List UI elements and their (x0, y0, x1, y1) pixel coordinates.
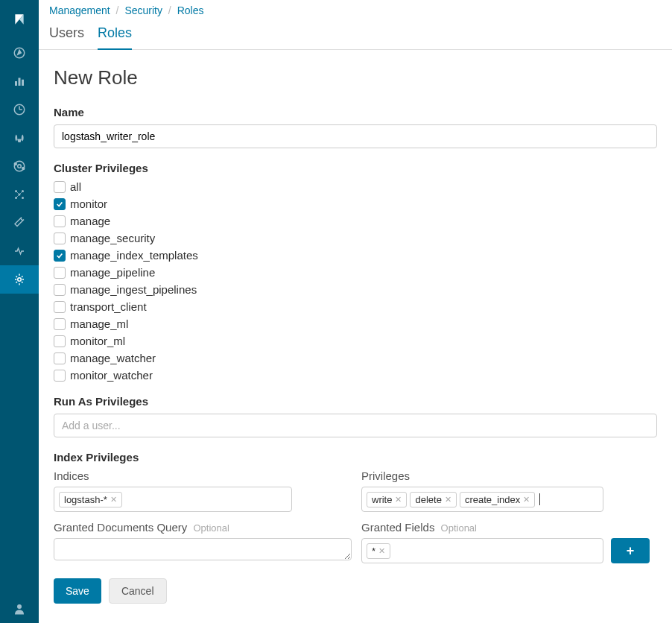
cluster-priv-monitor_ml[interactable]: monitor_ml (54, 335, 657, 347)
breadcrumb-management[interactable]: Management (49, 4, 110, 16)
breadcrumb-roles[interactable]: Roles (177, 4, 204, 16)
checkbox-label: transport_client (70, 300, 147, 313)
indices-input[interactable]: logstash-*✕ (54, 487, 292, 512)
remove-token-icon[interactable]: ✕ (395, 495, 402, 505)
token-label: logstash-* (64, 494, 107, 505)
granted-fields-label: Granted Fields Optional (361, 521, 657, 534)
sidebar-visualize-icon[interactable] (0, 67, 39, 95)
cluster-priv-manage_watcher[interactable]: manage_watcher (54, 352, 657, 364)
text-cursor (539, 493, 540, 505)
svg-point-13 (22, 168, 25, 170)
checkbox-icon[interactable] (54, 335, 66, 347)
svg-point-23 (17, 604, 22, 609)
checkbox-icon[interactable] (54, 352, 66, 364)
token[interactable]: *✕ (367, 543, 390, 559)
save-button[interactable]: Save (54, 578, 101, 604)
checkbox-icon[interactable] (54, 233, 66, 244)
add-index-priv-button[interactable]: + (611, 538, 650, 563)
checkbox-icon[interactable] (54, 318, 66, 330)
checkbox-label: manage_ingest_pipelines (70, 283, 197, 296)
name-label: Name (54, 106, 657, 118)
granted-fields-input[interactable]: *✕ (361, 538, 603, 563)
name-input[interactable] (54, 124, 657, 148)
checkbox-icon[interactable] (54, 370, 66, 382)
svg-rect-5 (19, 78, 21, 86)
tab-users[interactable]: Users (49, 21, 84, 49)
breadcrumb-sep: / (116, 4, 119, 16)
checkbox-icon[interactable] (54, 215, 66, 227)
checkbox-label: manage_index_templates (70, 249, 198, 262)
checkbox-icon[interactable] (54, 181, 66, 193)
svg-point-17 (22, 197, 24, 199)
cancel-button[interactable]: Cancel (109, 578, 167, 604)
cluster-priv-manage[interactable]: manage (54, 215, 657, 227)
checkbox-icon[interactable] (54, 284, 66, 296)
privileges-input[interactable]: write✕delete✕create_index✕ (361, 487, 603, 512)
svg-point-12 (14, 163, 16, 165)
checkbox-icon[interactable] (54, 198, 66, 210)
sidebar-graph-icon[interactable] (0, 180, 39, 209)
kibana-logo[interactable] (0, 0, 39, 39)
cluster-priv-manage_ingest_pipelines[interactable]: manage_ingest_pipelines (54, 283, 657, 296)
breadcrumb: Management / Security / Roles (39, 0, 672, 18)
remove-token-icon[interactable]: ✕ (110, 495, 117, 505)
token[interactable]: create_index✕ (460, 492, 535, 507)
cluster-priv-manage_ml[interactable]: manage_ml (54, 317, 657, 330)
checkbox-label: all (70, 180, 81, 193)
svg-point-22 (18, 278, 22, 282)
breadcrumb-sep: / (168, 4, 171, 16)
cluster-priv-all[interactable]: all (54, 180, 657, 193)
checkbox-icon[interactable] (54, 267, 66, 279)
checkbox-label: manage_watcher (70, 352, 156, 364)
index-priv-label: Index Privileges (54, 451, 657, 464)
page-title: New Role (54, 66, 657, 89)
token[interactable]: write✕ (367, 492, 407, 507)
tabs: Users Roles (39, 18, 672, 50)
checkbox-label: manage_pipeline (70, 266, 155, 279)
breadcrumb-security[interactable]: Security (124, 4, 162, 16)
sidebar-discover-icon[interactable] (0, 39, 39, 67)
cluster-priv-transport_client[interactable]: transport_client (54, 300, 657, 313)
checkbox-label: monitor_ml (70, 335, 125, 347)
cluster-priv-manage_security[interactable]: manage_security (54, 232, 657, 244)
tab-roles[interactable]: Roles (98, 21, 132, 50)
checkbox-label: manage_ml (70, 317, 128, 330)
privileges-label: Privileges (361, 469, 657, 482)
run-as-label: Run As Privileges (54, 395, 657, 408)
sidebar-ml-icon[interactable] (0, 152, 39, 180)
svg-line-21 (16, 195, 20, 198)
sidebar-dashboard-icon[interactable] (0, 95, 39, 124)
sidebar-timelion-icon[interactable] (0, 124, 39, 152)
cluster-priv-monitor_watcher[interactable]: monitor_watcher (54, 369, 657, 382)
svg-rect-6 (22, 80, 24, 86)
granted-docs-input[interactable] (54, 538, 352, 560)
checkbox-label: monitor_watcher (70, 369, 153, 382)
cluster-priv-manage_pipeline[interactable]: manage_pipeline (54, 266, 657, 279)
cluster-priv-monitor[interactable]: monitor (54, 197, 657, 210)
token-label: write (372, 494, 392, 505)
checkbox-icon[interactable] (54, 250, 66, 262)
sidebar-devtools-icon[interactable] (0, 209, 39, 237)
remove-token-icon[interactable]: ✕ (523, 495, 530, 505)
run-as-input[interactable] (54, 414, 657, 437)
checkbox-label: monitor (70, 197, 107, 210)
sidebar-management-icon[interactable] (0, 265, 39, 294)
remove-token-icon[interactable]: ✕ (445, 495, 451, 505)
indices-label: Indices (54, 469, 349, 482)
cluster-priv-label: Cluster Privileges (54, 162, 657, 174)
sidebar (0, 0, 39, 623)
token-label: delete (415, 494, 441, 505)
token-label: * (372, 545, 375, 557)
sidebar-user-icon[interactable] (0, 595, 39, 623)
checkbox-icon[interactable] (54, 301, 66, 313)
sidebar-monitoring-icon[interactable] (0, 237, 39, 265)
granted-docs-label: Granted Documents Query Optional (54, 521, 349, 534)
remove-token-icon[interactable]: ✕ (378, 546, 385, 556)
token[interactable]: logstash-*✕ (59, 492, 122, 507)
svg-rect-4 (15, 81, 17, 86)
token[interactable]: delete✕ (410, 492, 456, 507)
token-label: create_index (465, 494, 520, 505)
cluster-priv-manage_index_templates[interactable]: manage_index_templates (54, 249, 657, 262)
svg-marker-3 (18, 50, 22, 54)
checkbox-label: manage_security (70, 232, 155, 244)
